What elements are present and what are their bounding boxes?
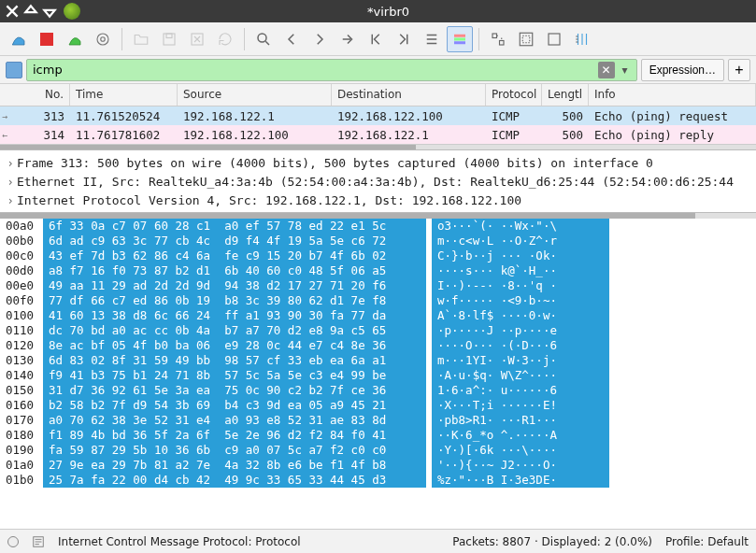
go-to-packet-button[interactable] <box>335 26 361 52</box>
packet-list-body: → 313 11.761520524 192.168.122.1 192.168… <box>0 106 756 144</box>
colorize-button[interactable] <box>447 26 473 52</box>
hex-offset: 01a0 <box>0 458 43 473</box>
window-title: *virbr0 <box>80 5 752 19</box>
col-header-source[interactable]: Source <box>178 84 332 106</box>
hex-row[interactable]: 00d0a8 f7 16 f0 73 87 b2 d1 6b 40 60 c0 … <box>0 263 756 278</box>
packet-list-scrollbar[interactable] <box>0 144 756 149</box>
find-button[interactable] <box>250 26 277 52</box>
tree-row-ip[interactable]: ›Internet Protocol Version 4, Src: 192.1… <box>4 191 752 210</box>
hex-row[interactable]: 01306d 83 02 8f 31 59 49 bb 98 57 cf 33 … <box>0 353 756 368</box>
display-filter-input[interactable] <box>26 59 637 81</box>
col-header-no[interactable]: No. <box>0 84 70 106</box>
table-row[interactable]: → 313 11.761520524 192.168.122.1 192.168… <box>0 106 756 125</box>
app-logo-icon <box>64 3 80 20</box>
clear-filter-button[interactable]: ✕ <box>598 62 615 78</box>
svg-rect-7 <box>454 37 465 40</box>
packet-bytes-pane[interactable]: 00a06f 33 0a c7 07 60 28 c1 a0 ef 57 78 … <box>0 219 756 529</box>
go-back-button[interactable] <box>278 26 305 52</box>
zoom-in-button[interactable] <box>485 26 511 52</box>
col-header-time[interactable]: Time <box>70 84 178 106</box>
packet-list-pane: No. Time Source Destination Protocol Len… <box>0 84 756 150</box>
cell-no: 313 <box>0 109 70 123</box>
caret-icon: › <box>4 191 17 210</box>
close-file-button[interactable] <box>184 26 210 52</box>
open-file-button[interactable] <box>128 26 154 52</box>
hex-ascii: ·Y·)[·6k ···\···· <box>432 443 609 458</box>
go-last-button[interactable] <box>391 26 417 52</box>
hex-row[interactable]: 0160b2 58 b2 7f d9 54 3b 69 b4 c3 9d ea … <box>0 398 756 413</box>
hex-offset: 0140 <box>0 368 43 383</box>
col-header-length[interactable]: Lengtl <box>542 84 589 106</box>
hex-bytes: 6d 83 02 8f 31 59 49 bb 98 57 cf 33 eb e… <box>43 353 426 368</box>
tree-row-frame[interactable]: ›Frame 313: 500 bytes on wire (4000 bits… <box>4 154 752 173</box>
tree-row-ethernet[interactable]: ›Ethernet II, Src: RealtekU_a4:3a:4b (52… <box>4 173 752 191</box>
add-filter-button[interactable]: + <box>728 59 750 81</box>
hex-ascii: m··c<w·L ··O·Z^·r <box>432 234 609 248</box>
hex-bytes: 8e ac bf 05 4f b0 ba 06 e9 28 0c 44 e7 c… <box>43 338 426 353</box>
hex-row[interactable]: 0170a0 70 62 38 3e 52 31 e4 a0 93 e8 52 … <box>0 413 756 428</box>
cell-info: Echo (ping) reply <box>589 128 756 142</box>
shark-fin-icon[interactable] <box>6 26 32 52</box>
hex-offset: 0180 <box>0 428 43 443</box>
hex-row[interactable]: 010041 60 13 38 d8 6c 66 24 ff a1 93 90 … <box>0 308 756 323</box>
titlebar: *virbr0 <box>0 0 756 22</box>
hex-row[interactable]: 015031 d7 36 92 61 5e 3a ea 75 0c 90 c2 … <box>0 383 756 398</box>
hex-row[interactable]: 0140f9 41 b3 75 b1 24 71 8b 57 5c 5a 5e … <box>0 368 756 383</box>
svg-rect-11 <box>520 33 533 46</box>
hex-offset: 0150 <box>0 383 43 398</box>
hex-row[interactable]: 0190fa 59 87 29 5b 10 36 6b c9 a0 07 5c … <box>0 443 756 458</box>
hex-bytes: 6d ad c9 63 3c 77 cb 4c d9 f4 4f 19 5a 5… <box>43 234 426 248</box>
zoom-out-button[interactable] <box>513 26 539 52</box>
table-row[interactable]: ← 314 11.761781602 192.168.122.100 192.1… <box>0 125 756 144</box>
col-header-protocol[interactable]: Protocol <box>486 84 542 106</box>
go-first-button[interactable] <box>363 26 389 52</box>
expert-info-icon[interactable] <box>7 536 19 547</box>
stop-capture-button[interactable] <box>34 26 60 52</box>
svg-rect-6 <box>454 34 465 36</box>
resize-columns-button[interactable] <box>569 26 595 52</box>
save-file-button[interactable] <box>156 26 182 52</box>
capture-options-button[interactable] <box>90 26 116 52</box>
hex-row[interactable]: 00b06d ad c9 63 3c 77 cb 4c d9 f4 4f 19 … <box>0 234 756 248</box>
zoom-reset-button[interactable] <box>541 26 567 52</box>
display-filter-wrapper: ✕ ▾ <box>26 59 637 81</box>
status-bar: Internet Control Message Protocol: Proto… <box>0 529 756 553</box>
hex-row[interactable]: 0110dc 70 bd a0 ac cc 0b 4a b7 a7 70 d2 … <box>0 323 756 338</box>
status-profile[interactable]: Profile: Default <box>665 535 749 548</box>
related-arrow-icon: ← <box>2 130 7 140</box>
expression-button[interactable]: Expression… <box>641 59 724 81</box>
restart-capture-button[interactable] <box>62 26 88 52</box>
main-toolbar <box>0 22 756 56</box>
hex-row[interactable]: 00f077 df 66 c7 ed 86 0b 19 b8 3c 39 80 … <box>0 293 756 308</box>
reload-button[interactable] <box>212 26 238 52</box>
svg-point-0 <box>97 34 108 45</box>
window-close-icon[interactable] <box>4 3 21 20</box>
bookmark-filter-icon[interactable] <box>6 62 22 78</box>
svg-rect-8 <box>454 41 465 44</box>
tree-label: Internet Protocol Version 4, Src: 192.16… <box>17 191 521 210</box>
hex-row[interactable]: 01208e ac bf 05 4f b0 ba 06 e9 28 0c 44 … <box>0 338 756 353</box>
hex-row[interactable]: 01b025 7a fa 22 00 d4 cb 42 49 9c 33 65 … <box>0 473 756 488</box>
window-minimize-icon[interactable] <box>41 3 58 20</box>
notepad-icon[interactable] <box>32 535 45 548</box>
cell-dst: 192.168.122.100 <box>332 109 486 123</box>
window-maximize-icon[interactable] <box>22 3 39 20</box>
auto-scroll-button[interactable] <box>419 26 445 52</box>
hex-row[interactable]: 00c043 ef 7d b3 62 86 c4 6a fe c9 15 20 … <box>0 248 756 263</box>
hex-row[interactable]: 00e049 aa 11 29 ad 2d 2d 9d 94 38 d2 17 … <box>0 278 756 293</box>
col-header-info[interactable]: Info <box>589 84 756 106</box>
hex-bytes: fa 59 87 29 5b 10 36 6b c9 a0 07 5c a7 f… <box>43 443 426 458</box>
cell-proto: ICMP <box>486 109 542 123</box>
hex-offset: 01b0 <box>0 473 43 488</box>
hex-row[interactable]: 0180f1 89 4b bd 36 5f 2a 6f 5e 2e 96 d2 … <box>0 428 756 443</box>
col-header-destination[interactable]: Destination <box>332 84 486 106</box>
filter-dropdown-icon[interactable]: ▾ <box>617 62 634 78</box>
go-forward-button[interactable] <box>307 26 333 52</box>
hex-row[interactable]: 00a06f 33 0a c7 07 60 28 c1 a0 ef 57 78 … <box>0 219 756 234</box>
hex-row[interactable]: 01a027 9e ea 29 7b 81 a2 7e 4a 32 8b e6 … <box>0 458 756 473</box>
details-scrollbar[interactable] <box>0 213 756 219</box>
cell-src: 192.168.122.100 <box>178 128 332 142</box>
hex-offset: 0120 <box>0 338 43 353</box>
cell-src: 192.168.122.1 <box>178 109 332 123</box>
hex-bytes: 31 d7 36 92 61 5e 3a ea 75 0c 90 c2 b2 7… <box>43 383 426 398</box>
